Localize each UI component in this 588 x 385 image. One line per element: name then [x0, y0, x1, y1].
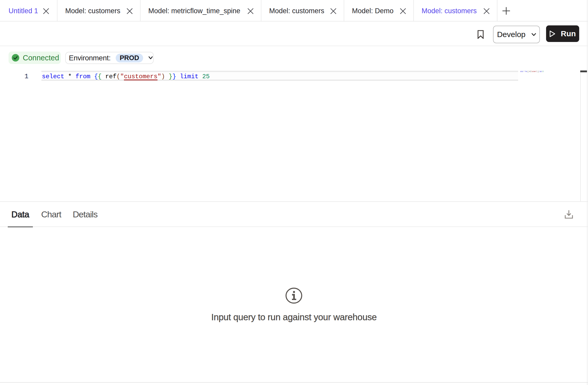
svg-text:select * from {{ ref("customer: select * from {{ ref("customers") }} lim…: [520, 70, 543, 73]
